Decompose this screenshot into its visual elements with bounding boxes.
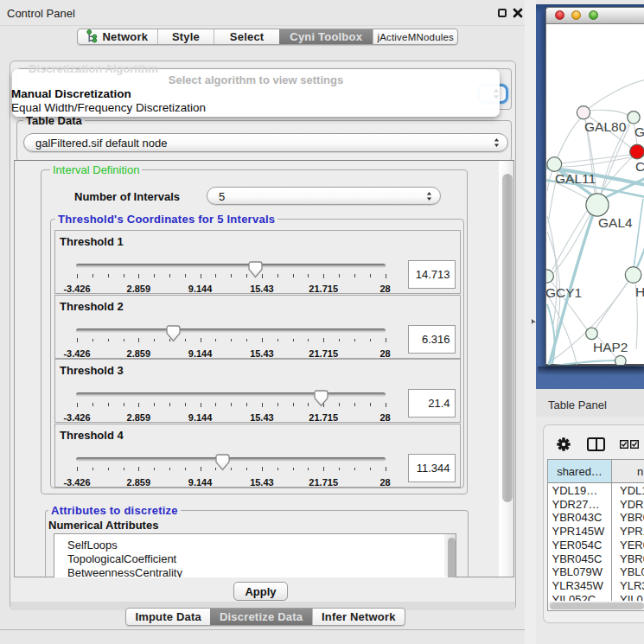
svg-text:GAL11: GAL11 <box>555 171 596 186</box>
svg-text:GAL4: GAL4 <box>598 215 633 230</box>
svg-text:GA: GA <box>634 124 644 139</box>
svg-text:C: C <box>635 159 644 174</box>
svg-text:GAL80: GAL80 <box>584 119 627 134</box>
svg-text:H: H <box>635 284 644 299</box>
svg-text:HAP2: HAP2 <box>593 340 628 354</box>
svg-text:GCY1: GCY1 <box>546 285 582 300</box>
